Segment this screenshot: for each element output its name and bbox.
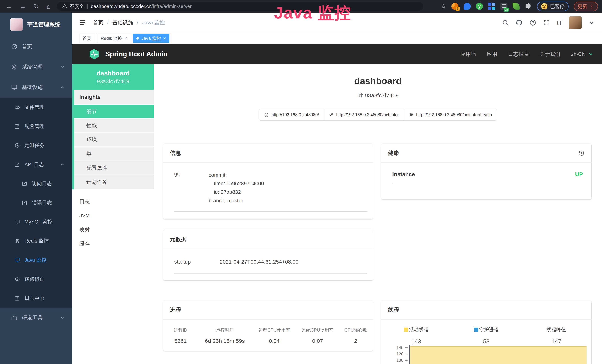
on-badge: on [504,8,509,12]
sidebar-item-logcenter[interactable]: 日志中心 [0,289,72,308]
github-icon[interactable] [516,19,523,26]
sidebar-item-redis[interactable]: Redis 监控 [0,231,72,250]
sidebar-item-trace[interactable]: 链路追踪 [0,269,72,289]
divider [392,183,583,183]
wrench-icon [329,112,333,117]
sba-brand[interactable]: Spring Boot Admin [105,50,168,58]
sba-sidebar-item-scheduledtasks[interactable]: 计划任务 [74,175,154,189]
sba-sidebar-item-details[interactable]: 细节 [74,105,154,119]
browser-reload-button[interactable]: ↻ [34,3,39,10]
extension-icon-pin[interactable] [464,3,471,10]
sidebar-item-error-log[interactable]: 错误日志 [0,193,72,212]
not-secure-label: 不安全 [70,3,84,10]
app-logo [10,18,23,31]
sba-sidebar-item-environment[interactable]: 环境 [74,133,154,147]
sba-sidebar-item-configprops[interactable]: 配置属性 [74,161,154,175]
hamburger-icon[interactable] [79,19,86,26]
help-icon[interactable] [529,19,536,26]
fullscreen-icon[interactable] [543,19,550,26]
close-icon[interactable]: × [124,36,127,41]
sidebar-item-home[interactable]: 首页 [0,36,72,57]
close-icon[interactable]: × [163,36,166,41]
address-bar[interactable]: 不安全 dashboard.yudao.iocoder.cn /infra/ad… [57,2,423,11]
instance-header[interactable]: dashboard 93a3fc7f7409 [72,64,154,90]
extension-icon-y[interactable]: y [476,3,483,10]
tick-mark [405,347,408,348]
sidebar-item-devtools[interactable]: 研发工具 [0,308,72,328]
sba-language-select[interactable]: zh-CN [571,51,593,57]
eye-icon [14,276,20,282]
service-url-button[interactable]: http://192.168.0.2:48080/ [259,109,324,120]
actuator-url-button[interactable]: http://192.168.0.2:48080/actuator [324,109,404,120]
paused-pill[interactable]: 已暂停 [537,2,569,11]
sidebar-item-file[interactable]: 文件管理 [0,97,72,117]
chevron-down-icon [588,51,593,57]
avatar[interactable] [569,16,582,29]
sidebar-item-job[interactable]: 定时任务 [0,136,72,155]
y-axis-tick: 100 [389,358,403,363]
extension-icon-orange[interactable]: 1 [452,3,459,10]
sba-nav-journal[interactable]: 日志报表 [508,51,529,58]
column-header: 系统CPU使用率 [295,327,340,333]
history-icon[interactable] [578,150,585,157]
app-logo-row[interactable]: 芋道管理系统 [0,13,72,36]
sba-nav-applications[interactable]: 应用 [487,51,497,58]
page-title: dashboard [154,76,602,86]
health-row-label[interactable]: Instance [392,171,415,177]
git-id-line: id: 27aa832 [209,188,264,196]
chevron-down-icon[interactable] [588,19,595,26]
url-path: /infra/admin-server [151,3,192,9]
breadcrumb-home[interactable]: 首页 [93,19,103,26]
extensions-puzzle-icon[interactable] [525,3,532,10]
cloud-upload-icon [14,104,20,110]
update-button[interactable]: 更新 ⋮ [574,2,598,11]
sidebar-item-config[interactable]: 配置管理 [0,117,72,136]
search-icon[interactable] [502,19,509,26]
browser-back-button[interactable]: ← [6,3,12,10]
breadcrumb-infra[interactable]: 基础设施 [112,19,133,26]
spring-boot-admin-logo-icon[interactable] [88,48,100,60]
tab-java-monitor[interactable]: Java 监控 × [133,34,170,43]
font-size-icon[interactable]: tT [557,19,562,26]
extension-icon-leaf[interactable] [513,3,520,10]
chevron-up-icon [60,162,65,167]
legend-label-peak: 线程峰值 [547,326,566,333]
info-card: 信息 git commit: time: 1596289704000 id: 2… [163,144,373,219]
sidebar-item-label: 基础设施 [22,84,43,91]
sidebar-item-infra[interactable]: 基础设施 [0,77,72,97]
sidebar-item-system[interactable]: 系统管理 [0,57,72,77]
sba-nav-about[interactable]: 关于我们 [539,51,560,58]
clock-icon [14,143,20,148]
tab-label: Redis 监控 [101,35,122,41]
browser-home-button[interactable]: ⌂ [47,3,51,10]
sidebar-item-label: 文件管理 [24,104,44,110]
browser-forward-button[interactable]: → [20,3,26,10]
sba-sidebar-item-caches[interactable]: 缓存 [72,237,154,251]
browser-menu-icon[interactable]: ⋮ [589,3,594,9]
briefcase-icon [11,315,17,321]
extension-icon-list[interactable]: on [500,3,507,10]
bookmark-star-icon[interactable]: ☆ [441,3,446,10]
health-url-button[interactable]: http://192.168.0.2:48080/actuator/health [404,109,497,120]
chevron-down-icon [60,64,65,70]
sba-sidebar-item-metrics[interactable]: 性能 [74,119,154,133]
sba-sidebar-item-jvm[interactable]: JVM [72,209,154,223]
sba-sidebar-item-mappings[interactable]: 映射 [72,223,154,237]
tab-redis-monitor[interactable]: Redis 监控 × [97,34,131,43]
cell-system-cpu: 0.07 [295,338,340,344]
sidebar-item-mysql[interactable]: MySQL 监控 [0,212,72,231]
sidebar-item-label: MySQL 监控 [24,218,53,225]
extension-icon-grid[interactable] [488,3,495,10]
sba-sidebar-item-logfile[interactable]: 日志 [72,194,154,209]
cell-process-cpu: 0.04 [254,338,295,344]
extension-badge: 1 [456,7,460,11]
threads-chart: 140 120 100 [389,344,587,364]
sba-nav-wallboard[interactable]: 应用墙 [461,51,476,58]
sidebar-item-access-log[interactable]: 访问日志 [0,174,72,193]
actuator-url-label: http://192.168.0.2:48080/actuator [336,112,399,117]
sidebar-item-java[interactable]: Java 监控 [0,250,72,269]
git-branch-line: branch: master [209,196,264,205]
tab-home[interactable]: 首页 [79,34,95,43]
sba-sidebar-item-classes[interactable]: 类 [74,147,154,161]
sidebar-item-api-log[interactable]: API 日志 [0,155,72,174]
